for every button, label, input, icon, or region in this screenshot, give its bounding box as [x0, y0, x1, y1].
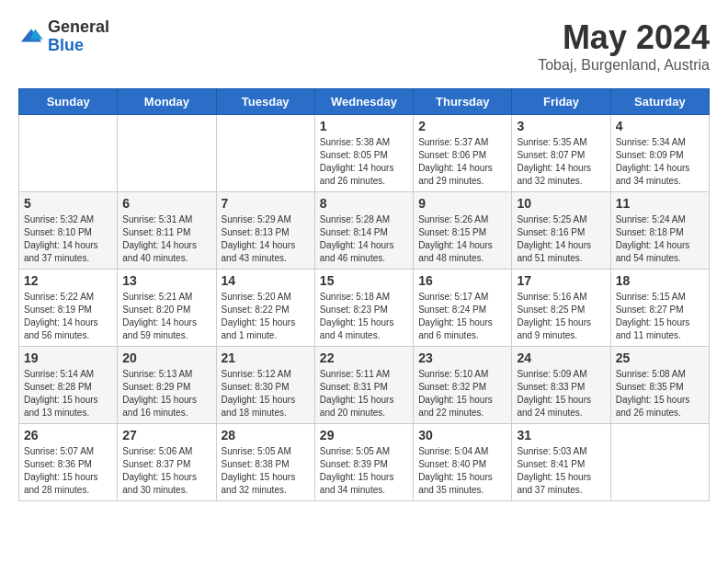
- day-number: 1: [320, 119, 408, 133]
- cell-info: Sunrise: 5:05 AM Sunset: 8:39 PM Dayligh…: [320, 445, 408, 497]
- cell-info: Sunrise: 5:10 AM Sunset: 8:32 PM Dayligh…: [418, 368, 506, 419]
- calendar-subtitle: Tobaj, Burgenland, Austria: [538, 57, 710, 74]
- cell-info: Sunrise: 5:15 AM Sunset: 8:27 PM Dayligh…: [616, 291, 704, 342]
- day-number: 16: [418, 273, 506, 288]
- calendar-title: May 2024: [538, 18, 710, 57]
- day-header-sunday: Sunday: [19, 89, 118, 115]
- day-number: 4: [616, 119, 704, 133]
- calendar-cell: 2Sunrise: 5:37 AM Sunset: 8:06 PM Daylig…: [414, 115, 512, 192]
- calendar-cell: 31Sunrise: 5:03 AM Sunset: 8:41 PM Dayli…: [512, 424, 610, 501]
- calendar-cell: [610, 424, 709, 501]
- day-number: 22: [320, 350, 408, 365]
- calendar-cell: 9Sunrise: 5:26 AM Sunset: 8:15 PM Daylig…: [414, 192, 512, 270]
- calendar-cell: 1Sunrise: 5:38 AM Sunset: 8:05 PM Daylig…: [314, 115, 413, 192]
- day-number: 12: [24, 273, 112, 288]
- calendar-week-1: 1Sunrise: 5:38 AM Sunset: 8:05 PM Daylig…: [19, 115, 710, 192]
- calendar-cell: 28Sunrise: 5:05 AM Sunset: 8:38 PM Dayli…: [216, 424, 314, 501]
- day-number: 27: [122, 428, 210, 442]
- day-number: 11: [616, 196, 704, 211]
- calendar-cell: 24Sunrise: 5:09 AM Sunset: 8:33 PM Dayli…: [512, 347, 610, 424]
- cell-info: Sunrise: 5:17 AM Sunset: 8:24 PM Dayligh…: [418, 291, 506, 342]
- calendar-cell: 4Sunrise: 5:34 AM Sunset: 8:09 PM Daylig…: [610, 115, 709, 192]
- calendar-cell: 7Sunrise: 5:29 AM Sunset: 8:13 PM Daylig…: [216, 192, 314, 270]
- cell-info: Sunrise: 5:38 AM Sunset: 8:05 PM Dayligh…: [320, 136, 408, 188]
- calendar-cell: 11Sunrise: 5:24 AM Sunset: 8:18 PM Dayli…: [610, 192, 709, 270]
- day-number: 10: [517, 196, 605, 211]
- cell-info: Sunrise: 5:34 AM Sunset: 8:09 PM Dayligh…: [616, 136, 704, 188]
- calendar-header-row: SundayMondayTuesdayWednesdayThursdayFrid…: [19, 89, 710, 115]
- day-number: 20: [122, 350, 210, 365]
- cell-info: Sunrise: 5:06 AM Sunset: 8:37 PM Dayligh…: [122, 445, 210, 497]
- calendar-week-2: 5Sunrise: 5:32 AM Sunset: 8:10 PM Daylig…: [19, 192, 710, 270]
- calendar-cell: [19, 115, 118, 192]
- day-number: 17: [517, 273, 605, 288]
- calendar-cell: 26Sunrise: 5:07 AM Sunset: 8:36 PM Dayli…: [19, 424, 118, 501]
- cell-info: Sunrise: 5:03 AM Sunset: 8:41 PM Dayligh…: [517, 445, 605, 497]
- cell-info: Sunrise: 5:32 AM Sunset: 8:10 PM Dayligh…: [24, 213, 112, 265]
- cell-info: Sunrise: 5:05 AM Sunset: 8:38 PM Dayligh…: [222, 445, 310, 497]
- calendar-cell: 5Sunrise: 5:32 AM Sunset: 8:10 PM Daylig…: [19, 192, 118, 270]
- day-number: 9: [418, 196, 506, 211]
- day-header-thursday: Thursday: [414, 89, 512, 115]
- day-number: 29: [320, 428, 408, 442]
- calendar-cell: 23Sunrise: 5:10 AM Sunset: 8:32 PM Dayli…: [414, 347, 512, 424]
- cell-info: Sunrise: 5:22 AM Sunset: 8:19 PM Dayligh…: [24, 291, 112, 342]
- day-header-wednesday: Wednesday: [314, 89, 413, 115]
- day-number: 2: [418, 119, 506, 133]
- day-number: 7: [222, 196, 310, 211]
- day-number: 6: [122, 196, 210, 211]
- cell-info: Sunrise: 5:09 AM Sunset: 8:33 PM Dayligh…: [517, 368, 605, 419]
- cell-info: Sunrise: 5:14 AM Sunset: 8:28 PM Dayligh…: [24, 368, 112, 419]
- cell-info: Sunrise: 5:08 AM Sunset: 8:35 PM Dayligh…: [616, 368, 704, 419]
- calendar-week-4: 19Sunrise: 5:14 AM Sunset: 8:28 PM Dayli…: [19, 347, 710, 424]
- day-number: 23: [418, 350, 506, 365]
- day-number: 24: [517, 350, 605, 365]
- day-number: 15: [320, 273, 408, 288]
- calendar-cell: 18Sunrise: 5:15 AM Sunset: 8:27 PM Dayli…: [610, 270, 709, 347]
- cell-info: Sunrise: 5:12 AM Sunset: 8:30 PM Dayligh…: [222, 368, 310, 419]
- calendar-cell: 13Sunrise: 5:21 AM Sunset: 8:20 PM Dayli…: [118, 270, 216, 347]
- calendar-cell: [118, 115, 216, 192]
- cell-info: Sunrise: 5:26 AM Sunset: 8:15 PM Dayligh…: [418, 213, 506, 265]
- calendar-cell: 29Sunrise: 5:05 AM Sunset: 8:39 PM Dayli…: [314, 424, 413, 501]
- calendar-cell: 3Sunrise: 5:35 AM Sunset: 8:07 PM Daylig…: [512, 115, 610, 192]
- day-header-friday: Friday: [512, 89, 610, 115]
- calendar-cell: 10Sunrise: 5:25 AM Sunset: 8:16 PM Dayli…: [512, 192, 610, 270]
- cell-info: Sunrise: 5:11 AM Sunset: 8:31 PM Dayligh…: [320, 368, 408, 419]
- day-number: 5: [24, 196, 112, 211]
- cell-info: Sunrise: 5:16 AM Sunset: 8:25 PM Dayligh…: [517, 291, 605, 342]
- title-block: May 2024 Tobaj, Burgenland, Austria: [538, 18, 710, 74]
- day-number: 30: [418, 428, 506, 442]
- calendar-cell: 30Sunrise: 5:04 AM Sunset: 8:40 PM Dayli…: [414, 424, 512, 501]
- cell-info: Sunrise: 5:04 AM Sunset: 8:40 PM Dayligh…: [418, 445, 506, 497]
- cell-info: Sunrise: 5:20 AM Sunset: 8:22 PM Dayligh…: [222, 291, 310, 342]
- day-number: 19: [24, 350, 112, 365]
- cell-info: Sunrise: 5:07 AM Sunset: 8:36 PM Dayligh…: [24, 445, 112, 497]
- day-number: 14: [222, 273, 310, 288]
- calendar-cell: 16Sunrise: 5:17 AM Sunset: 8:24 PM Dayli…: [414, 270, 512, 347]
- calendar-week-5: 26Sunrise: 5:07 AM Sunset: 8:36 PM Dayli…: [19, 424, 710, 501]
- day-number: 25: [616, 350, 704, 365]
- calendar-cell: 8Sunrise: 5:28 AM Sunset: 8:14 PM Daylig…: [314, 192, 413, 270]
- calendar-cell: 22Sunrise: 5:11 AM Sunset: 8:31 PM Dayli…: [314, 347, 413, 424]
- calendar-cell: 6Sunrise: 5:31 AM Sunset: 8:11 PM Daylig…: [118, 192, 216, 270]
- calendar-table: SundayMondayTuesdayWednesdayThursdayFrid…: [18, 88, 710, 501]
- day-number: 21: [222, 350, 310, 365]
- logo-blue-text: Blue: [48, 37, 109, 55]
- day-number: 3: [517, 119, 605, 133]
- page-header: General Blue May 2024 Tobaj, Burgenland,…: [18, 18, 710, 74]
- day-header-monday: Monday: [118, 89, 216, 115]
- calendar-cell: 20Sunrise: 5:13 AM Sunset: 8:29 PM Dayli…: [118, 347, 216, 424]
- day-number: 26: [24, 428, 112, 442]
- calendar-cell: 15Sunrise: 5:18 AM Sunset: 8:23 PM Dayli…: [314, 270, 413, 347]
- cell-info: Sunrise: 5:24 AM Sunset: 8:18 PM Dayligh…: [616, 213, 704, 265]
- cell-info: Sunrise: 5:31 AM Sunset: 8:11 PM Dayligh…: [122, 213, 210, 265]
- calendar-cell: 12Sunrise: 5:22 AM Sunset: 8:19 PM Dayli…: [19, 270, 118, 347]
- calendar-cell: 21Sunrise: 5:12 AM Sunset: 8:30 PM Dayli…: [216, 347, 314, 424]
- logo: General Blue: [18, 18, 109, 55]
- cell-info: Sunrise: 5:18 AM Sunset: 8:23 PM Dayligh…: [320, 291, 408, 342]
- cell-info: Sunrise: 5:35 AM Sunset: 8:07 PM Dayligh…: [517, 136, 605, 188]
- cell-info: Sunrise: 5:37 AM Sunset: 8:06 PM Dayligh…: [418, 136, 506, 188]
- day-header-saturday: Saturday: [610, 89, 709, 115]
- logo-icon: [18, 24, 44, 50]
